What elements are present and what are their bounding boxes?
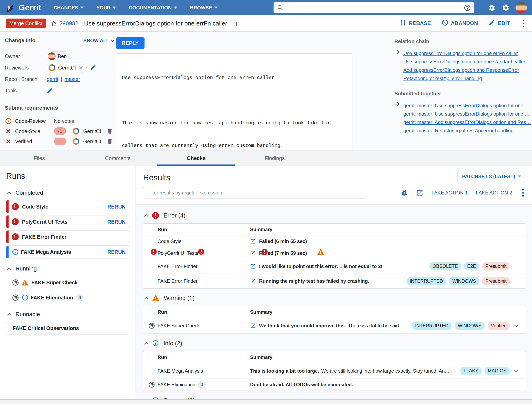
filter-input[interactable] bbox=[143, 187, 366, 199]
result-run-name: FAKE Elimination bbox=[158, 382, 195, 387]
completed-section-toggle[interactable]: Completed bbox=[8, 189, 130, 196]
result-row[interactable]: FAKE Super Check We think that you could… bbox=[143, 318, 526, 334]
attempt-count-badge: 4 bbox=[76, 294, 84, 301]
trash-icon[interactable] bbox=[107, 139, 113, 145]
result-row[interactable]: FAKE Error Finder I would like to point … bbox=[143, 259, 526, 274]
running-icon bbox=[12, 294, 19, 301]
abandon-button[interactable]: ABANDON bbox=[442, 19, 478, 27]
success-section-toggle[interactable]: Success (0) bbox=[145, 397, 526, 399]
nav-menu-your[interactable]: YOUR bbox=[96, 5, 116, 11]
change-number-link[interactable]: 290982 bbox=[59, 20, 78, 27]
patchset-selector[interactable]: PATCHSET 8 (LATEST) bbox=[457, 170, 526, 183]
run-card-polygerrit[interactable]: PolyGerrit UI Tests RERUN bbox=[6, 215, 130, 228]
completed-title: Completed bbox=[15, 189, 43, 196]
repo-branch-label: Repo | Branch bbox=[5, 76, 47, 82]
help-icon[interactable] bbox=[464, 4, 471, 11]
nav-menu-changes[interactable]: CHANGES bbox=[54, 5, 84, 11]
external-link-icon[interactable] bbox=[416, 189, 423, 196]
rebase-button[interactable]: REBASE bbox=[399, 19, 431, 27]
chevron-down-icon bbox=[214, 6, 218, 9]
nav-menu-browse[interactable]: BROWSE bbox=[190, 5, 218, 11]
remove-reviewer-icon[interactable]: ✕ bbox=[79, 65, 83, 71]
table-header-row: Run Summary bbox=[143, 306, 526, 318]
fake-action-1-button[interactable]: FAKE ACTION 1 bbox=[431, 190, 468, 196]
owner-chip[interactable]: Ben bbox=[47, 51, 70, 61]
show-all-button[interactable]: SHOW ALL bbox=[83, 38, 114, 44]
code-review-row: Code-Review No votes. bbox=[5, 116, 116, 126]
run-card-code-style[interactable]: Code Style RERUN bbox=[6, 200, 130, 213]
gerrit-change-page: Gerrit CHANGES YOUR DOCUMENTATION BROWSE bbox=[0, 0, 532, 404]
edit-topic-icon[interactable] bbox=[47, 88, 53, 94]
external-link-icon[interactable] bbox=[250, 250, 256, 256]
runnable-section-toggle[interactable]: Runnable bbox=[8, 311, 130, 318]
info-section-toggle[interactable]: Info (2) bbox=[145, 340, 526, 347]
submitted-link[interactable]: gerrit: master: Use suppressErrorDialogs… bbox=[403, 110, 530, 118]
submitted-link[interactable]: gerrit: master: Refactoring of restApi e… bbox=[403, 126, 513, 135]
relation-link[interactable]: Add suppressErrorDialogs option and Resp… bbox=[403, 66, 519, 74]
submitted-together-item: gerrit: master: Use suppressErrorDialogs… bbox=[394, 110, 532, 118]
reply-button[interactable]: REPLY bbox=[116, 37, 145, 49]
expand-chevron-icon[interactable] bbox=[514, 323, 518, 327]
tab-findings[interactable]: Findings bbox=[235, 151, 314, 166]
nav-menu-documentation[interactable]: DOCUMENTATION bbox=[129, 5, 177, 11]
rerun-button[interactable]: RERUN bbox=[108, 204, 126, 210]
external-link-icon[interactable] bbox=[250, 264, 256, 269]
gerritci-logo-icon bbox=[48, 63, 56, 72]
result-row[interactable]: Code Style Failed (6 min 55 sec) bbox=[143, 235, 526, 247]
submitted-link[interactable]: gerrit: master: Add suppressErrorDialogs… bbox=[403, 118, 531, 126]
error-section-toggle[interactable]: Error (4) bbox=[145, 212, 526, 219]
expand-chevron-icon[interactable] bbox=[514, 368, 518, 372]
trash-icon[interactable] bbox=[107, 128, 113, 134]
show-all-label: SHOW ALL bbox=[83, 38, 109, 44]
run-card-mega-analysis[interactable]: FAKE Mega Analysis RERUN bbox=[6, 246, 130, 259]
rerun-button[interactable]: RERUN bbox=[108, 249, 126, 255]
overflow-menu-icon[interactable] bbox=[521, 18, 526, 29]
bug-report-icon[interactable] bbox=[400, 189, 408, 196]
star-icon[interactable] bbox=[50, 20, 57, 27]
tab-comments[interactable]: Comments bbox=[78, 151, 157, 166]
verified-row: ✕ Verified -1 GerritCI bbox=[5, 136, 116, 146]
warning-section-toggle[interactable]: Warning (1) bbox=[145, 295, 526, 302]
reviewer-chip[interactable]: GerritCI ✕ bbox=[47, 63, 87, 73]
repo-link[interactable]: gerrit bbox=[47, 76, 58, 82]
settings-gear-icon[interactable] bbox=[502, 4, 510, 12]
result-tag: INTERRUPTED bbox=[412, 322, 452, 330]
bottom-scrollbar-track[interactable] bbox=[0, 399, 532, 404]
table-header-row: Run Summary bbox=[143, 224, 526, 235]
edit-reviewers-icon[interactable] bbox=[90, 65, 96, 71]
submitted-together-list: gerrit: master: Use suppressErrorDialogs… bbox=[394, 101, 532, 135]
result-summary: We think that you could improve this. bbox=[259, 323, 346, 328]
running-section-toggle[interactable]: Running bbox=[8, 265, 130, 272]
bug-report-icon[interactable] bbox=[488, 4, 496, 12]
relation-link[interactable]: Refactoring of restApi error handling bbox=[403, 74, 482, 82]
external-link-icon[interactable] bbox=[250, 323, 256, 328]
result-row[interactable]: FAKE Mega Analysis This is looking a bit… bbox=[143, 363, 526, 379]
external-link-icon[interactable] bbox=[250, 278, 256, 284]
relation-link[interactable]: Use suppressErrorDialogs option for one … bbox=[403, 57, 525, 66]
search-input[interactable] bbox=[284, 5, 464, 11]
external-link-icon[interactable] bbox=[250, 239, 256, 244]
verified-account: GerritCI bbox=[83, 139, 101, 145]
result-row[interactable]: FAKE Elimination 4 Dont be afraid. All T… bbox=[143, 379, 526, 391]
run-card-super-check[interactable]: FAKE Super Check bbox=[6, 276, 130, 289]
rerun-button[interactable]: RERUN bbox=[108, 219, 126, 225]
edit-button[interactable]: EDIT bbox=[488, 19, 510, 27]
branch-link[interactable]: master bbox=[64, 76, 80, 82]
checks-content: Runs Completed Code Style RERUN PolyGerr… bbox=[0, 166, 532, 399]
fake-action-2-button[interactable]: FAKE ACTION 2 bbox=[476, 190, 512, 196]
result-run-name: PolyGerrit UI Tests bbox=[158, 250, 198, 256]
result-row[interactable]: FAKE Error Finder Running the mighty tes… bbox=[143, 274, 526, 288]
brand[interactable]: Gerrit bbox=[5, 2, 41, 13]
tab-files[interactable]: Files bbox=[0, 151, 78, 166]
relation-link[interactable]: Use suppressErrorDialogs option for one … bbox=[403, 49, 518, 57]
edit-pencil-icon bbox=[488, 19, 495, 27]
relation-chain-heading: Relation chain bbox=[394, 38, 532, 44]
overflow-menu-icon[interactable] bbox=[520, 188, 526, 198]
run-card-elimination[interactable]: FAKE Elimination 4 bbox=[6, 291, 130, 304]
submitted-link[interactable]: gerrit: master: Use suppressErrorDialogs… bbox=[403, 101, 530, 110]
copy-icon[interactable] bbox=[231, 20, 237, 26]
run-card-critical-observations[interactable]: FAKE Critical Observations bbox=[6, 322, 130, 335]
user-avatar[interactable] bbox=[515, 2, 527, 13]
tab-checks[interactable]: Checks bbox=[157, 151, 235, 166]
run-card-error-finder[interactable]: FAKE Error Finder bbox=[6, 230, 130, 243]
